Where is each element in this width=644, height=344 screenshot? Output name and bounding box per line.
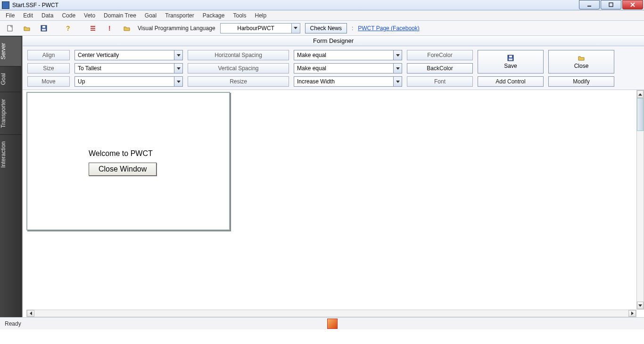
vertical-spacing-button[interactable]: Vertical Spacing bbox=[188, 63, 289, 74]
size-button[interactable]: Size bbox=[27, 63, 70, 74]
list-icon[interactable] bbox=[87, 22, 99, 34]
save-button[interactable]: Save bbox=[478, 50, 544, 74]
horizontal-spacing-button[interactable]: Horizontal Spacing bbox=[188, 50, 289, 60]
vspacing-combo[interactable]: Make equal bbox=[294, 63, 402, 74]
app-icon bbox=[2, 1, 9, 9]
window-controls bbox=[579, 0, 643, 9]
minimize-button[interactable] bbox=[579, 0, 600, 9]
close-button[interactable] bbox=[622, 0, 643, 9]
window-title: Start.SSF - PWCT bbox=[11, 2, 58, 8]
hspacing-combo[interactable]: Make equal bbox=[294, 50, 402, 60]
svg-rect-1 bbox=[609, 3, 613, 7]
close-designer-button[interactable]: Close bbox=[548, 50, 614, 74]
save-icon bbox=[507, 54, 514, 62]
save-label: Save bbox=[504, 63, 517, 69]
menu-package[interactable]: Package bbox=[199, 11, 229, 20]
menu-file[interactable]: File bbox=[2, 11, 18, 20]
maximize-button[interactable] bbox=[601, 0, 621, 9]
form-window[interactable]: Welcome to PWCT Close Window bbox=[26, 92, 230, 230]
tab-interaction[interactable]: Interaction bbox=[0, 134, 21, 174]
language-combo[interactable]: HarbourPWCT bbox=[220, 23, 300, 33]
scroll-down-icon[interactable] bbox=[637, 302, 644, 309]
scroll-right-icon[interactable] bbox=[628, 310, 636, 317]
svg-rect-6 bbox=[42, 26, 45, 28]
menu-help[interactable]: Help bbox=[251, 11, 270, 20]
status-icon bbox=[327, 319, 338, 329]
menu-data[interactable]: Data bbox=[38, 11, 57, 20]
save-icon[interactable] bbox=[38, 22, 50, 34]
add-control-button[interactable]: Add Control bbox=[478, 76, 544, 87]
designer-controls: Align Center Vertically Horizontal Spaci… bbox=[23, 46, 644, 90]
resize-combo[interactable]: Increase Width bbox=[294, 76, 402, 87]
chevron-down-icon bbox=[174, 50, 182, 60]
work-zone: Form Designer Align Center Vertically Ho… bbox=[22, 36, 644, 317]
check-news-button[interactable]: Check News bbox=[305, 23, 347, 33]
form-content: Welcome to PWCT Close Window bbox=[27, 93, 229, 229]
menu-transporter[interactable]: Transporter bbox=[161, 11, 198, 20]
scroll-left-icon[interactable] bbox=[27, 310, 34, 317]
menu-goal[interactable]: Goal bbox=[141, 11, 160, 20]
tab-server[interactable]: Server bbox=[0, 36, 21, 66]
font-button[interactable]: Font bbox=[407, 76, 473, 87]
main-area: Server Goal Transporter Interaction Form… bbox=[0, 36, 644, 317]
new-file-icon[interactable] bbox=[4, 22, 16, 34]
designer-canvas[interactable]: Welcome to PWCT Close Window bbox=[23, 90, 636, 310]
menu-tools[interactable]: Tools bbox=[229, 11, 250, 20]
chevron-down-icon bbox=[174, 77, 182, 86]
vspacing-combo-value: Make equal bbox=[294, 65, 393, 72]
open-folder-icon[interactable] bbox=[21, 22, 33, 34]
move-combo[interactable]: Up bbox=[74, 76, 183, 87]
close-label: Close bbox=[574, 63, 589, 69]
align-button[interactable]: Align bbox=[27, 50, 70, 60]
check-news-label: Check News bbox=[310, 25, 342, 32]
backcolor-button[interactable]: BackColor bbox=[407, 63, 473, 74]
separator: : bbox=[352, 25, 353, 32]
folder-close-icon bbox=[578, 54, 585, 62]
side-tabs: Server Goal Transporter Interaction bbox=[0, 36, 22, 317]
size-combo[interactable]: To Tallest bbox=[74, 63, 183, 74]
scroll-up-icon[interactable] bbox=[637, 90, 644, 98]
chevron-down-icon bbox=[291, 24, 300, 33]
menubar: File Edit Data Code Veto Domain Tree Goa… bbox=[0, 10, 644, 21]
pwct-facebook-link[interactable]: PWCT Page (Facebook) bbox=[358, 25, 420, 32]
move-button[interactable]: Move bbox=[27, 76, 70, 87]
status-ready: Ready bbox=[5, 320, 21, 327]
statusbar: Ready bbox=[0, 317, 644, 329]
size-combo-value: To Tallest bbox=[75, 65, 174, 72]
toolbar: ? ! Visual Programming Language HarbourP… bbox=[0, 21, 644, 36]
svg-rect-7 bbox=[42, 29, 46, 31]
menu-veto[interactable]: Veto bbox=[80, 11, 99, 20]
svg-rect-4 bbox=[8, 25, 12, 31]
titlebar: Start.SSF - PWCT bbox=[0, 0, 644, 10]
tab-transporter[interactable]: Transporter bbox=[0, 92, 21, 135]
hspacing-combo-value: Make equal bbox=[294, 52, 393, 58]
alert-icon[interactable]: ! bbox=[104, 22, 116, 34]
resize-button[interactable]: Resize bbox=[188, 76, 289, 87]
close-window-button[interactable]: Close Window bbox=[89, 163, 157, 176]
chevron-down-icon bbox=[174, 64, 182, 73]
folder-icon[interactable] bbox=[121, 22, 133, 34]
chevron-down-icon bbox=[393, 50, 402, 60]
vertical-scroll-thumb[interactable] bbox=[637, 98, 644, 131]
align-combo-value: Center Vertically bbox=[75, 52, 174, 58]
vertical-scroll-track[interactable] bbox=[637, 98, 644, 302]
tab-goal[interactable]: Goal bbox=[0, 66, 21, 91]
vertical-scrollbar[interactable] bbox=[636, 90, 644, 310]
help-icon[interactable]: ? bbox=[62, 22, 74, 34]
forecolor-button[interactable]: ForeColor bbox=[407, 50, 473, 60]
designer-canvas-wrap: Welcome to PWCT Close Window bbox=[23, 90, 644, 317]
svg-rect-14 bbox=[509, 56, 512, 57]
menu-edit[interactable]: Edit bbox=[19, 11, 37, 20]
horizontal-scrollbar[interactable] bbox=[26, 310, 636, 317]
welcome-label: Welcome to PWCT bbox=[89, 149, 153, 158]
menu-code[interactable]: Code bbox=[58, 11, 79, 20]
align-combo[interactable]: Center Vertically bbox=[74, 50, 183, 60]
pane-title: Form Designer bbox=[23, 36, 644, 46]
menu-domain-tree[interactable]: Domain Tree bbox=[100, 11, 140, 20]
chevron-down-icon bbox=[393, 77, 402, 86]
horizontal-scroll-track[interactable] bbox=[34, 310, 628, 317]
language-combo-value: HarbourPWCT bbox=[221, 25, 291, 32]
move-combo-value: Up bbox=[75, 78, 174, 85]
modify-button[interactable]: Modify bbox=[548, 76, 614, 87]
svg-rect-15 bbox=[509, 58, 512, 60]
